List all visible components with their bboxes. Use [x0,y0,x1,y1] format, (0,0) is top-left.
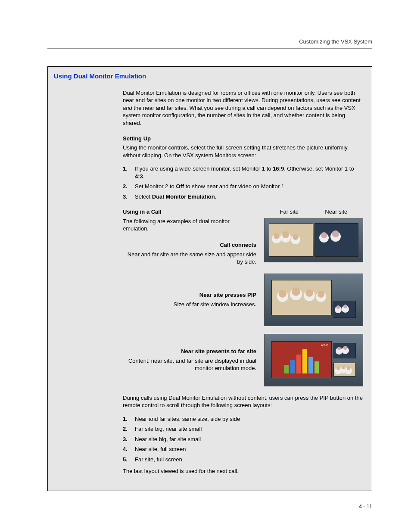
layout-item: 2.Far site big, near site small [123,425,363,433]
step-text-mid: . Otherwise, set Monitor 1 to [284,165,354,172]
step-bold: 16:9 [273,165,284,172]
monitor-frame [264,274,363,326]
layouts-lead: During calls using Dual Monitor Emulatio… [123,394,363,409]
setup-lead: Using the monitor controls, select the f… [123,144,363,159]
ex1-desc: Near and far site are the same size and … [128,251,256,265]
intro-pre: Dual Monitor Emulation is designed for r… [123,90,361,104]
layouts-list: 1.Near and far sites, same size, side by… [123,415,363,464]
layout-text: Near site big, far site small [135,436,201,442]
ex2-desc: Size of far site window increases. [174,301,256,308]
vsx-label: VSX [321,343,328,348]
monitor-frame [264,218,363,262]
figure-call-connects: Far site Near site [264,208,363,262]
using-call-text: Using in a Call The following are exampl… [123,208,256,265]
layout-item: 5.Far site, full screen [123,456,363,464]
layout-text: Far site, full screen [135,456,182,463]
step-number: 4. [123,445,128,453]
step-text-pre: If you are using a wide-screen monitor, … [135,165,273,172]
section-title: Using Dual Monitor Emulation [54,72,366,81]
screen-presentation: VSX [269,339,358,381]
ex3-title: Near site presents to far site [123,348,256,355]
layout-item: 3.Near site big, far site small [123,436,363,443]
setup-steps: 1. If you are using a wide-screen monito… [123,165,363,200]
step-number: 3. [123,436,128,443]
using-call-heading: Using in a Call [123,208,256,216]
far-site-big [271,280,332,315]
body-column: Dual Monitor Emulation is designed for r… [123,89,363,475]
content-panel: VSX [271,341,332,378]
step-bold: Off [176,183,184,190]
intro-paragraph: Dual Monitor Emulation is designed for r… [123,89,363,127]
near-site-panel [314,223,359,257]
using-call-lead: The following are examples of dual monit… [123,218,256,233]
layout-item: 1.Near and far sites, same size, side by… [123,415,363,423]
far-site-small [333,363,356,376]
screen-side-by-side [269,223,358,257]
ex2-title: Near site presses PIP [123,291,256,299]
step-text-post: . [143,173,145,180]
step-number: 5. [123,456,128,464]
example-row-1: Using in a Call The following are exampl… [123,208,363,265]
figure-pip [264,274,363,326]
example-row-2: Near site presses PIP Size of far site w… [123,274,363,326]
ex2-text: Near site presses PIP Size of far site w… [123,291,256,308]
layout-item: 4.Near site, full screen [123,445,363,453]
setup-step: 1. If you are using a wide-screen monito… [123,165,363,180]
far-site-panel [269,223,313,257]
page-number: 4 - 11 [47,503,372,510]
example-row-3: Near site presents to far site Content, … [123,334,363,386]
step-number: 3. [123,193,128,201]
step-text-mid: to show near and far video on Monitor 1. [184,183,286,190]
monitor-frame: VSX [264,334,363,386]
step-text-mid: . [215,193,217,200]
intro-post: the near and far sites. What you see dur… [123,105,355,126]
step-number: 2. [123,425,128,433]
near-site-small [333,343,356,358]
layouts-trail: The last layout viewed is used for the n… [123,467,363,475]
step-bold2: 4:3 [135,173,143,180]
ex3-desc: Content, near site, and far site are dis… [128,358,256,372]
screen-big-small [269,278,358,320]
setup-step: 2. Set Monitor 2 to Off to show near and… [123,183,363,190]
layout-text: Far site big, near site small [135,426,202,432]
step-number: 2. [123,183,128,190]
step-text-pre: Select [135,193,152,200]
layout-text: Near and far sites, same size, side by s… [135,416,240,422]
setup-heading: Setting Up [123,135,363,143]
step-number: 1. [123,415,128,423]
content-frame: Using Dual Monitor Emulation Dual Monito… [47,66,372,491]
step-bold: Dual Monitor Emulation [152,193,215,200]
intro-italic: and [123,105,132,111]
layout-text: Near site, full screen [135,446,186,452]
near-site-label: Near site [325,208,347,216]
site-labels: Far site Near site [264,208,363,218]
step-text-pre: Set Monitor 2 to [135,183,176,190]
ex1-title: Call connects [123,241,256,249]
far-site-label: Far site [280,208,299,216]
running-head: Customizing the VSX System [47,38,372,46]
ex3-text: Near site presents to far site Content, … [123,348,256,372]
figure-presentation: VSX [264,334,363,386]
step-number: 1. [123,165,128,173]
near-site-small [333,301,356,318]
setup-step: 3. Select Dual Monitor Emulation. [123,193,363,201]
header-rule [47,48,372,49]
